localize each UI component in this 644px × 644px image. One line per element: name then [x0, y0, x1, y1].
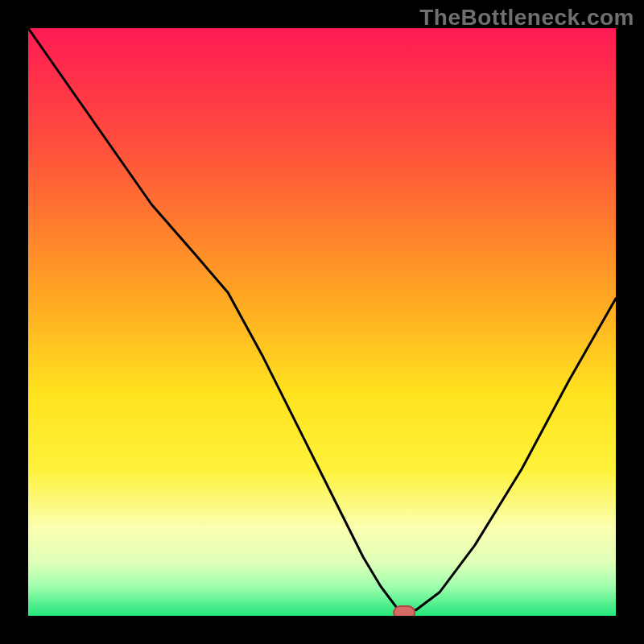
- watermark-text: TheBottleneck.com: [419, 5, 634, 31]
- chart-frame: TheBottleneck.com: [0, 0, 644, 644]
- gradient-background: [28, 28, 616, 616]
- bottleneck-chart: [28, 28, 616, 616]
- optimal-marker: [394, 606, 415, 616]
